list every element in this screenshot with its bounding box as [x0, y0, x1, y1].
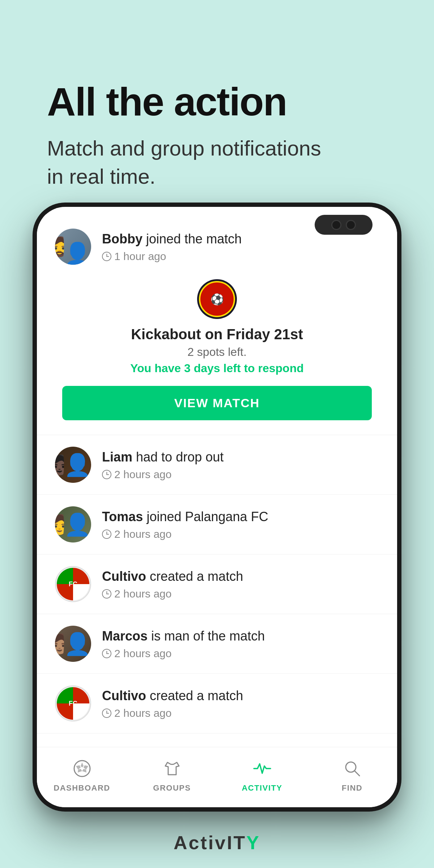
camera-dot-1: [331, 220, 341, 230]
svg-marker-5: [82, 769, 86, 773]
clock-icon-marcos: [102, 649, 111, 658]
bobby-action: joined the match: [146, 231, 242, 246]
match-respond: You have 3 days left to respond: [62, 362, 372, 375]
bobby-name: Bobby: [102, 231, 142, 246]
cultivo1-time-text: 2 hours ago: [114, 588, 171, 600]
phone-frame: 🧔 Bobby joined the match 1 hour ago: [33, 203, 401, 812]
cultivo1-text-col: Cultivo created a match 2 hours ago: [102, 568, 379, 600]
clock-icon-bobby: [102, 252, 111, 261]
nav-item-dashboard[interactable]: DASHBOARD: [37, 757, 127, 793]
activity-big-text: ActivITY: [14, 832, 420, 854]
tomas-notif-text: Tomas joined Palangana FC: [102, 509, 379, 526]
liam-text-col: Liam had to drop out 2 hours ago: [102, 449, 379, 481]
search-icon: [341, 757, 363, 780]
tomas-name: Tomas: [102, 509, 143, 524]
avatar-marcos: 🧑🏽: [55, 626, 91, 662]
svg-marker-2: [76, 765, 81, 770]
cultivo2-text-col: Cultivo created a match 2 hours ago: [102, 688, 379, 720]
match-title: Kickabout on Friday 21st: [62, 326, 372, 342]
featured-notification: 🧔 Bobby joined the match 1 hour ago: [37, 214, 397, 435]
nav-item-find[interactable]: FIND: [307, 757, 397, 793]
cultivo1-time: 2 hours ago: [102, 588, 379, 600]
svg-line-7: [354, 771, 359, 776]
nav-label-find: FIND: [342, 783, 362, 793]
camera-bump: [315, 215, 373, 235]
list-item: FC Cultivo created a match 2 hours ago: [37, 674, 397, 733]
marcos-name: Marcos: [102, 629, 148, 643]
avatar-liam: 🧑🏿: [55, 447, 91, 483]
marcos-action: is man of the match: [151, 629, 265, 643]
bottom-activity-label: ActivITY: [0, 817, 434, 868]
page-subtitle: Match and group notificationsin real tim…: [47, 134, 387, 191]
avatar-tomas: 🧑: [55, 506, 91, 542]
liam-notif-text: Liam had to drop out: [102, 449, 379, 466]
list-item: 🧑🏽 Marcos is man of the match 2 hours ag…: [37, 614, 397, 674]
marcos-notif-text: Marcos is man of the match: [102, 628, 379, 645]
svg-marker-1: [81, 762, 84, 767]
camera-dot-2: [346, 220, 356, 230]
liam-action: had to drop out: [136, 450, 224, 464]
cultivo1-name: Cultivo: [102, 569, 146, 584]
nav-item-activity[interactable]: ACTIVITY: [217, 757, 307, 793]
tomas-time: 2 hours ago: [102, 528, 379, 540]
clock-icon-cultivo1: [102, 589, 111, 599]
activity-list: 🧑🏿 Liam had to drop out 2 hours ago: [37, 435, 397, 747]
svg-marker-4: [78, 769, 82, 773]
clock-icon-cultivo2: [102, 709, 111, 718]
bottom-nav: DASHBOARD GROUPS: [37, 747, 397, 807]
marcos-face: 🧑🏽: [55, 626, 64, 662]
nav-label-dashboard: DASHBOARD: [54, 783, 110, 793]
cultivo2-notif-text: Cultivo created a match: [102, 688, 379, 705]
nav-label-groups: GROUPS: [153, 783, 191, 793]
soccer-ball-icon: [71, 757, 93, 780]
cultivo2-name: Cultivo: [102, 688, 146, 703]
header-section: All the action Match and group notificat…: [0, 0, 434, 220]
liam-time-text: 2 hours ago: [114, 468, 171, 481]
bobby-text-col: Bobby joined the match 1 hour ago: [102, 231, 379, 263]
bobby-face: 🧔: [55, 229, 64, 265]
cultivo2-time: 2 hours ago: [102, 707, 379, 719]
marcos-time-text: 2 hours ago: [114, 647, 171, 660]
avatar-cultivo2: FC: [55, 685, 91, 722]
marcos-time: 2 hours ago: [102, 647, 379, 660]
page-background: All the action Match and group notificat…: [0, 0, 434, 868]
activity-suffix: Y: [246, 832, 260, 853]
tomas-action: joined Palangana FC: [146, 509, 268, 524]
tomas-time-text: 2 hours ago: [114, 528, 171, 540]
list-item: FC Cultivo created a match 2 hours ago: [37, 554, 397, 614]
nav-item-groups[interactable]: GROUPS: [127, 757, 217, 793]
cultivo1-action: created a match: [150, 569, 243, 584]
nav-label-activity: ACTIVITY: [242, 783, 282, 793]
bobby-time: 1 hour ago: [102, 250, 379, 263]
shirt-icon: [161, 757, 183, 780]
svg-marker-3: [84, 765, 88, 770]
cultivo-logo-2: FC: [57, 687, 89, 720]
phone-mockup: 🧔 Bobby joined the match 1 hour ago: [33, 203, 401, 812]
clock-icon-tomas: [102, 529, 111, 539]
screen-content: 🧔 Bobby joined the match 1 hour ago: [37, 207, 397, 807]
clock-icon-liam: [102, 470, 111, 479]
tomas-face: 🧑: [55, 506, 64, 542]
view-match-button[interactable]: VIEW MATCH: [62, 386, 372, 420]
cultivo-logo-1: FC: [57, 568, 89, 600]
page-title: All the action: [47, 80, 387, 123]
liam-time: 2 hours ago: [102, 468, 379, 481]
avatar-cultivo1: FC: [55, 566, 91, 602]
cultivo2-action: created a match: [150, 688, 243, 703]
bobby-time-text: 1 hour ago: [114, 250, 166, 263]
club-logo-inner: ⚽: [199, 281, 235, 317]
pulse-icon: [251, 757, 273, 780]
list-item: 🧑 Tomas joined Palangana FC 2 hours ago: [37, 495, 397, 554]
match-card-body: ⚽ Kickabout on Friday 21st 2 spots left.…: [55, 279, 379, 420]
liam-face: 🧑🏿: [55, 447, 64, 483]
club-logo: ⚽: [197, 279, 237, 319]
phone-screen: 🧔 Bobby joined the match 1 hour ago: [37, 207, 397, 807]
tomas-text-col: Tomas joined Palangana FC 2 hours ago: [102, 509, 379, 541]
match-spots: 2 spots left.: [62, 345, 372, 359]
cultivo2-time-text: 2 hours ago: [114, 707, 171, 719]
activity-prefix: ActivIT: [174, 832, 246, 853]
cultivo1-notif-text: Cultivo created a match: [102, 568, 379, 585]
marcos-text-col: Marcos is man of the match 2 hours ago: [102, 628, 379, 660]
avatar-bobby: 🧔: [55, 229, 91, 265]
list-item: 🧑🏿 Liam had to drop out 2 hours ago: [37, 435, 397, 495]
